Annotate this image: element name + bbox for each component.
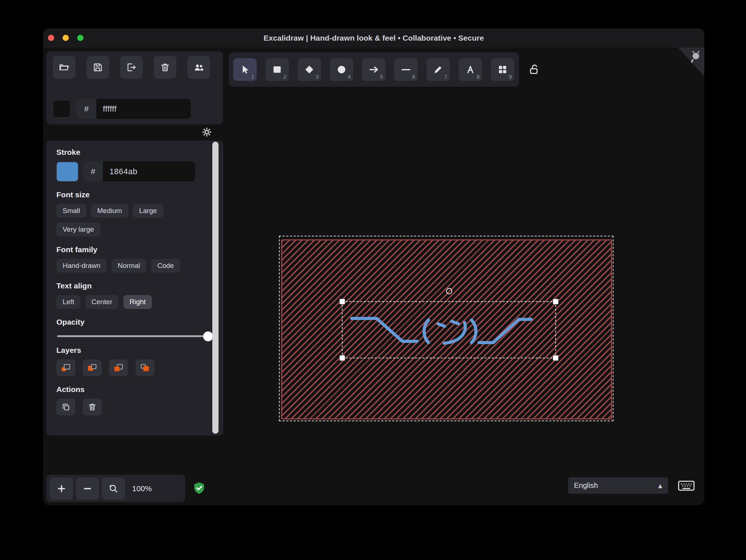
zoom-reset-icon [108,484,119,494]
tool-ellipse[interactable]: 4 [330,58,353,81]
canvas-background-value[interactable]: ffffff [96,104,117,114]
export-icon [126,62,137,73]
folder-open-icon [59,62,70,73]
resize-handle-top-right[interactable] [553,299,559,305]
caret-up-icon: ▲ [658,483,662,489]
library-grid-icon [497,64,508,75]
tool-draw[interactable]: 7 [426,58,450,81]
cursor-icon [239,64,250,75]
tool-arrow[interactable]: 5 [362,58,385,81]
encryption-badge[interactable] [192,481,206,496]
stroke-color-value[interactable]: 1864ab [103,167,137,176]
close-button[interactable] [48,35,54,41]
tool-rectangle[interactable]: 2 [265,58,289,81]
zoom-in-button[interactable] [50,478,73,500]
text-align-right[interactable]: Right [123,295,152,309]
titlebar: Excalidraw | Hand-drawn look & feel • Co… [43,29,704,48]
square-icon [272,64,283,75]
save-button[interactable] [86,56,109,79]
tool-diamond[interactable]: 3 [298,58,321,81]
lock-toggle[interactable] [527,62,542,77]
zoom-level[interactable]: 100% [132,484,152,493]
panel-scrollbar[interactable] [212,142,219,434]
plus-icon [56,484,67,494]
language-value: English [574,481,598,490]
canvas-background-swatch[interactable] [53,100,71,118]
delete-button[interactable] [83,399,102,415]
stroke-hex-input: # 1864ab [83,161,195,182]
duplicate-icon [61,402,71,412]
font-size-very-large[interactable]: Very large [56,223,100,236]
opacity-label: Opacity [56,318,213,326]
text-align-center[interactable]: Center [85,295,119,309]
ellipse-icon [336,64,347,75]
window-title: Excalidraw | Hand-drawn look & feel • Co… [43,29,704,48]
tool-shortcut: 9 [509,74,512,80]
bring-to-front-button[interactable] [135,359,154,376]
rotate-handle[interactable] [446,288,452,294]
shield-check-icon [192,481,206,496]
font-family-label: Font family [56,245,213,254]
tool-shortcut: 7 [444,74,447,80]
gear-icon [201,126,213,138]
tool-shortcut: 6 [412,74,415,80]
actions-label: Actions [56,385,213,394]
tool-shortcut: 1 [251,74,254,80]
shrug-text-drawing[interactable] [347,307,534,351]
font-size-label: Font size [56,190,213,199]
resize-handle-top-left[interactable] [339,299,345,305]
tool-library[interactable]: 9 [491,58,514,81]
minus-icon [82,484,93,494]
tool-selection[interactable]: 1 [233,58,257,81]
duplicate-button[interactable] [56,399,75,415]
fullscreen-button[interactable] [77,35,83,41]
github-corner[interactable] [678,48,704,76]
properties-panel: Stroke # 1864ab Font size Small Medium L… [46,141,223,436]
canvas-background-hex-input: # ffffff [77,99,191,119]
stroke-color-swatch[interactable] [56,162,78,182]
tool-shortcut: 5 [380,74,383,80]
keyboard-icon [678,479,695,493]
send-backward-icon [87,363,97,373]
font-family-hand-drawn[interactable]: Hand-drawn [56,259,107,273]
tool-shortcut: 2 [283,74,286,80]
font-family-normal[interactable]: Normal [112,259,146,273]
tool-line[interactable]: 6 [394,58,418,81]
clear-canvas-button[interactable] [154,56,176,79]
keyboard-shortcuts-button[interactable] [678,479,695,493]
bring-to-front-icon [140,363,150,373]
bring-forward-icon [113,363,124,373]
canvas-settings-button[interactable] [200,126,213,139]
tool-text[interactable]: 8 [459,58,482,81]
open-button[interactable] [53,56,75,79]
bring-forward-button[interactable] [109,359,128,376]
font-size-small[interactable]: Small [56,204,86,218]
resize-handle-bottom-left[interactable] [339,355,345,361]
language-select[interactable]: English ▲ [568,477,668,494]
collaboration-button[interactable] [187,56,210,79]
font-family-code[interactable]: Code [151,259,180,273]
unlock-icon [528,63,541,76]
layers-label: Layers [56,346,213,355]
resize-handle-bottom-right[interactable] [553,355,559,361]
app-window: Excalidraw | Hand-drawn look & feel • Co… [43,29,704,505]
text-icon [465,64,476,75]
zoom-reset-button[interactable] [102,478,125,500]
opacity-slider-thumb[interactable] [203,331,213,341]
line-icon [400,64,411,75]
hash-prefix: # [83,161,103,182]
text-align-left[interactable]: Left [56,295,81,309]
save-icon [92,62,103,73]
zoom-out-button[interactable] [76,478,99,500]
opacity-slider[interactable] [57,335,212,337]
font-size-large[interactable]: Large [133,204,163,218]
send-to-back-button[interactable] [56,359,75,376]
hash-prefix: # [77,99,96,119]
send-backward-button[interactable] [83,359,102,376]
font-size-medium[interactable]: Medium [91,204,128,218]
tool-shortcut: 8 [477,74,480,80]
arrow-icon [368,64,379,75]
export-button[interactable] [120,56,143,79]
tool-shortcut: 4 [348,74,351,80]
minimize-button[interactable] [63,35,69,41]
